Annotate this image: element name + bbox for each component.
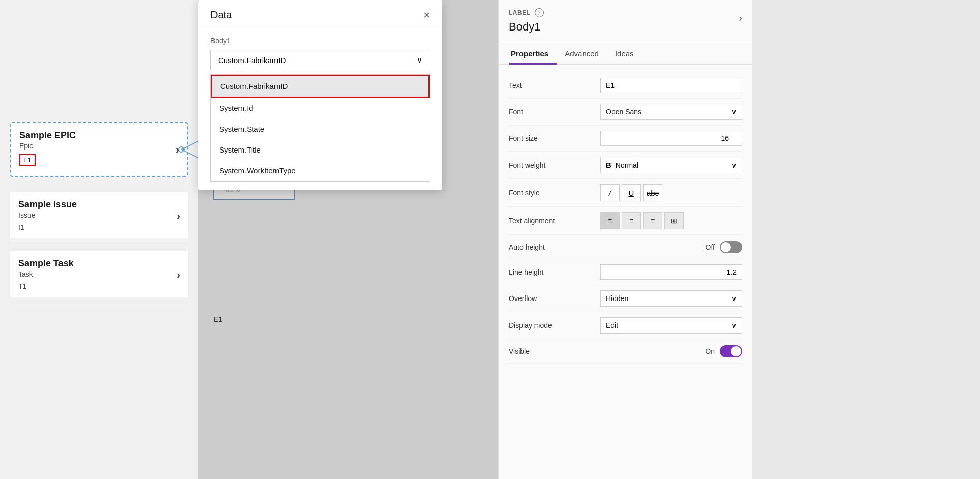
dropdown-item-2[interactable]: System.State xyxy=(211,118,430,139)
strikethrough-button[interactable]: abc xyxy=(643,184,662,201)
task-arrow[interactable]: › xyxy=(177,268,180,280)
overflow-value-container: Hidden ∨ xyxy=(600,290,742,307)
dropdown-item-0[interactable]: Custom.FabrikamID xyxy=(211,75,430,98)
text-align-property-row: Text alignment ≡ ≡ ≡ ⊞ xyxy=(509,207,742,235)
font-weight-value-container: B Normal ∨ xyxy=(600,157,742,173)
issue-card: Sample issue Issue I1 › xyxy=(10,192,188,238)
modal-body: Body1 Custom.FabrikamID ∨ Custom.Fabrika… xyxy=(198,28,442,190)
modal-dropdown-list: Custom.FabrikamID System.Id System.State… xyxy=(210,74,430,182)
display-mode-property-row: Display mode Edit ∨ xyxy=(509,312,742,339)
font-dropdown[interactable]: Open Sans ∨ xyxy=(600,104,742,120)
middle-panel: Sample EPIC This fo E1 Data × Body1 Cu xyxy=(198,0,498,479)
font-weight-text: Normal xyxy=(616,161,638,169)
font-weight-dropdown[interactable]: B Normal ∨ xyxy=(600,157,742,173)
visible-toggle[interactable] xyxy=(720,345,742,357)
canvas: Sample EPIC This fo E1 Data × Body1 Cu xyxy=(198,0,498,479)
font-label: Font xyxy=(509,108,600,116)
modal-overlay: Data × Body1 Custom.FabrikamID ∨ Custom.… xyxy=(198,0,498,479)
display-mode-dropdown[interactable]: Edit ∨ xyxy=(600,317,742,334)
overflow-dropdown-text: Hidden xyxy=(606,294,628,303)
issue-type: Issue xyxy=(18,211,179,219)
text-property-row: Text xyxy=(509,73,742,99)
tabs-row: Properties Advanced Ideas xyxy=(499,44,752,65)
underline-button[interactable]: U xyxy=(622,184,641,201)
epic-type: Epic xyxy=(19,142,178,150)
font-weight-property-row: Font weight B Normal ∨ xyxy=(509,152,742,179)
right-label: LABEL xyxy=(509,9,531,16)
display-mode-label: Display mode xyxy=(509,321,600,330)
line-height-label: Line height xyxy=(509,268,600,276)
tab-ideas[interactable]: Ideas xyxy=(613,44,642,65)
line-height-input[interactable] xyxy=(600,264,742,280)
auto-height-state: Off xyxy=(706,243,715,251)
tab-advanced[interactable]: Advanced xyxy=(563,44,607,65)
divider-2 xyxy=(10,302,188,302)
left-panel: Sample EPIC Epic E1 › Sample issue Issue… xyxy=(0,0,198,479)
line-height-property-row: Line height xyxy=(509,259,742,285)
text-value-container xyxy=(600,78,742,93)
overflow-dropdown-chevron: ∨ xyxy=(731,294,737,303)
font-style-value-container: / U abc xyxy=(600,184,742,201)
text-input[interactable] xyxy=(600,78,742,93)
modal-close-button[interactable]: × xyxy=(423,10,430,21)
right-panel: LABEL ? Body1 › Properties Advanced Idea… xyxy=(498,0,752,479)
issue-arrow[interactable]: › xyxy=(177,209,180,221)
font-size-label: Font size xyxy=(509,134,600,142)
text-align-label: Text alignment xyxy=(509,217,600,225)
epic-arrow[interactable]: › xyxy=(176,144,179,156)
display-mode-value-container: Edit ∨ xyxy=(600,317,742,334)
task-id: T1 xyxy=(18,282,179,290)
divider-1 xyxy=(10,243,188,243)
right-chevron-icon[interactable]: › xyxy=(739,12,742,24)
align-right-button[interactable]: ≡ xyxy=(643,212,662,229)
right-label-row: LABEL ? xyxy=(509,8,742,17)
font-weight-chevron: ∨ xyxy=(731,161,737,169)
visible-value-container: On xyxy=(600,345,742,357)
align-left-button[interactable]: ≡ xyxy=(600,212,620,229)
visible-toggle-thumb xyxy=(731,346,741,356)
overflow-property-row: Overflow Hidden ∨ xyxy=(509,285,742,312)
issue-id: I1 xyxy=(18,223,179,231)
dropdown-item-3[interactable]: System.Title xyxy=(211,139,430,160)
font-size-property-row: Font size xyxy=(509,126,742,152)
properties-grid: Text Font Open Sans ∨ Font size Font xyxy=(499,65,752,372)
auto-height-toggle-thumb xyxy=(721,242,731,252)
auto-height-label: Auto height xyxy=(509,243,600,251)
task-type: Task xyxy=(18,270,179,278)
dropdown-item-4[interactable]: System.WorkItemType xyxy=(211,160,430,181)
auto-height-toggle-row: Off xyxy=(600,241,742,253)
font-style-label: Font style xyxy=(509,189,600,197)
italic-button[interactable]: / xyxy=(600,184,620,201)
right-header: LABEL ? Body1 › xyxy=(499,0,752,44)
modal-dropdown-select[interactable]: Custom.FabrikamID ∨ xyxy=(210,50,430,70)
font-weight-label: Font weight xyxy=(509,161,600,169)
font-dropdown-chevron: ∨ xyxy=(731,108,737,116)
task-title: Sample Task xyxy=(18,258,179,269)
modal-selected-value: Custom.FabrikamID xyxy=(218,56,286,65)
modal-header: Data × xyxy=(198,0,442,28)
font-style-property-row: Font style / U abc xyxy=(509,179,742,207)
display-mode-dropdown-chevron: ∨ xyxy=(731,321,737,330)
modal-section-label: Body1 xyxy=(210,37,430,45)
visible-property-row: Visible On xyxy=(509,339,742,364)
auto-height-property-row: Auto height Off xyxy=(509,235,742,259)
visible-label: Visible xyxy=(509,347,600,355)
text-label: Text xyxy=(509,81,600,89)
task-card: Sample Task Task T1 › xyxy=(10,251,188,297)
display-mode-dropdown-text: Edit xyxy=(606,321,618,330)
align-center-button[interactable]: ≡ xyxy=(622,212,641,229)
tab-properties[interactable]: Properties xyxy=(509,44,557,65)
font-size-input[interactable] xyxy=(600,131,742,146)
right-title: Body1 xyxy=(509,20,742,34)
overflow-dropdown[interactable]: Hidden ∨ xyxy=(600,290,742,307)
auto-height-toggle[interactable] xyxy=(720,241,742,253)
data-modal: Data × Body1 Custom.FabrikamID ∨ Custom.… xyxy=(198,0,442,190)
dropdown-item-1[interactable]: System.Id xyxy=(211,98,430,118)
epic-id: E1 xyxy=(19,154,36,166)
align-justify-button[interactable]: ⊞ xyxy=(664,212,684,229)
font-style-buttons: / U abc xyxy=(600,184,742,201)
issue-title: Sample issue xyxy=(18,199,179,210)
epic-title: Sample EPIC xyxy=(19,130,178,141)
help-icon[interactable]: ? xyxy=(535,8,544,17)
text-align-buttons: ≡ ≡ ≡ ⊞ xyxy=(600,212,742,229)
